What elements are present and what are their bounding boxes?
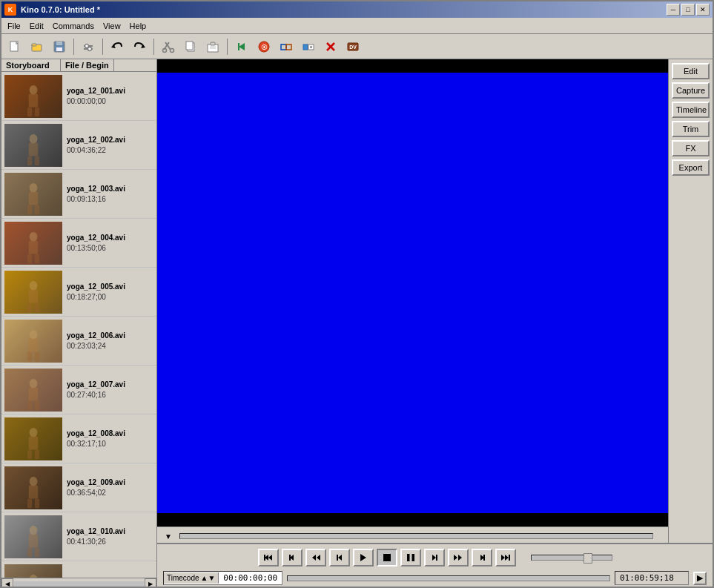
step-back-fast-button[interactable]: [282, 549, 303, 566]
storyboard-list[interactable]: yoga_12_001.avi00:00:00;00 yoga_12_002.a…: [1, 72, 156, 578]
svg-rect-75: [27, 547, 32, 557]
side-buttons-panel: Edit Capture Timeline Trim FX Export: [668, 59, 713, 543]
maximize-button[interactable]: □: [681, 4, 695, 16]
svg-rect-26: [281, 44, 286, 50]
clip-time: 00:09:13;16: [67, 194, 125, 205]
timecode-mode-select[interactable]: Timecode ▲▼: [164, 572, 219, 584]
rewind-button[interactable]: [305, 549, 326, 566]
timecode-dropdown-icon[interactable]: ▲▼: [201, 574, 216, 582]
volume-thumb[interactable]: [584, 553, 592, 564]
toolbar-undo[interactable]: [107, 37, 128, 56]
scroll-right-button[interactable]: ▶: [145, 578, 156, 589]
minimize-button[interactable]: ─: [667, 4, 680, 16]
step-forward-fast-button[interactable]: [472, 549, 492, 566]
volume-control[interactable]: [531, 555, 612, 561]
step-back-button[interactable]: [329, 549, 350, 566]
toolbar-grab[interactable]: [276, 37, 297, 56]
capture-button[interactable]: Capture: [672, 82, 710, 99]
toolbar-redo[interactable]: [129, 37, 150, 56]
timeline-bar[interactable]: [179, 533, 653, 539]
clip-time: 00:13:50;06: [67, 243, 125, 254]
clip-item[interactable]: yoga_12_007.avi00:27:40;16: [1, 366, 156, 414]
forward-to-end-button[interactable]: [495, 549, 516, 566]
menu-help[interactable]: Help: [125, 20, 151, 32]
menu-view[interactable]: View: [99, 20, 125, 32]
clip-item[interactable]: yoga_12_008.avi00:32:17;10: [1, 414, 156, 463]
toolbar-preferences[interactable]: [78, 37, 99, 56]
clip-item[interactable]: yoga_12_009.avi00:36:54;02: [1, 463, 156, 512]
volume-track[interactable]: [531, 555, 612, 561]
clip-time: 00:23:03;24: [67, 341, 125, 351]
svg-rect-43: [27, 156, 32, 165]
toolbar-goto-start[interactable]: [231, 37, 252, 56]
toolbar-delete[interactable]: [320, 37, 341, 56]
stop-button[interactable]: [377, 549, 397, 566]
svg-rect-27: [286, 44, 291, 50]
clip-item[interactable]: yoga_12_004.avi00:13:50;06: [1, 219, 156, 268]
toolbar-save[interactable]: [49, 37, 70, 56]
timecode-mode-label: Timecode: [167, 574, 199, 582]
export-button[interactable]: Export: [672, 159, 710, 176]
svg-rect-99: [483, 555, 485, 561]
svg-rect-39: [27, 107, 32, 116]
window-controls[interactable]: ─ □ ✕: [667, 4, 710, 16]
clip-item[interactable]: yoga_12_003.avi00:09:13;16: [1, 170, 156, 219]
left-panel: Storyboard File / Begin yoga_12_001.avi0…: [1, 59, 157, 588]
pause-button[interactable]: [400, 549, 421, 566]
rewind-to-start-button[interactable]: [258, 549, 279, 566]
timeline-button[interactable]: Timeline: [672, 102, 710, 118]
fast-forward-button[interactable]: [448, 549, 469, 566]
fx-button[interactable]: FX: [672, 140, 710, 156]
svg-rect-102: [509, 555, 510, 561]
edit-button[interactable]: Edit: [672, 63, 710, 79]
storyboard-col2: File / Begin: [61, 59, 114, 71]
timeline-scroll-left[interactable]: ▼: [163, 531, 173, 541]
toolbar-export-dv[interactable]: DV: [343, 37, 363, 56]
video-frame: [157, 73, 668, 513]
timecode-input-group[interactable]: Timecode ▲▼ 00:00:00;00: [163, 571, 282, 585]
toolbar-append[interactable]: [298, 37, 319, 56]
clip-item[interactable]: yoga_12_010.avi00:41:30;26: [1, 512, 156, 561]
clip-item[interactable]: yoga_12_001.avi00:00:00;00: [1, 72, 156, 121]
toolbar-copy[interactable]: [180, 37, 201, 56]
svg-rect-42: [29, 142, 39, 156]
toolbar-sep-3: [153, 39, 154, 55]
timecode-current[interactable]: 00:00:00;00: [219, 572, 282, 584]
video-container: ▼: [157, 59, 668, 543]
clip-item[interactable]: yoga_12_011.avi: [1, 561, 156, 578]
scroll-left-button[interactable]: ◀: [1, 578, 13, 589]
trim-button[interactable]: Trim: [672, 121, 710, 137]
toolbar-new[interactable]: [4, 37, 25, 56]
svg-marker-11: [141, 44, 145, 48]
svg-point-69: [30, 476, 38, 486]
main-area: Storyboard File / Begin yoga_12_001.avi0…: [1, 59, 713, 588]
clip-item[interactable]: yoga_12_002.avi00:04:36;22: [1, 121, 156, 170]
timecode-progress-bar[interactable]: [287, 575, 610, 581]
horizontal-scrollbar[interactable]: ◀ ▶: [1, 578, 156, 588]
svg-marker-97: [458, 555, 462, 561]
clip-item[interactable]: yoga_12_006.avi00:23:03;24: [1, 317, 156, 366]
toolbar-cut[interactable]: [158, 37, 179, 56]
svg-rect-47: [27, 205, 32, 214]
toolbar-mark-in[interactable]: ⦿: [254, 37, 274, 56]
svg-point-53: [30, 280, 38, 290]
clip-name: yoga_12_004.avi: [67, 233, 125, 243]
toolbar-paste[interactable]: [202, 37, 223, 56]
play-button[interactable]: [353, 549, 374, 566]
clip-name: yoga_12_007.avi: [67, 380, 125, 390]
menu-file[interactable]: File: [3, 20, 25, 32]
svg-point-49: [30, 231, 38, 241]
menu-bar: File Edit Commands View Help: [1, 18, 713, 34]
clip-item[interactable]: yoga_12_005.avi00:18:27;00: [1, 268, 156, 317]
scroll-track[interactable]: [14, 581, 144, 587]
clip-time: 00:18:27;00: [67, 292, 125, 303]
close-button[interactable]: ✕: [696, 4, 710, 16]
menu-edit[interactable]: Edit: [25, 20, 48, 32]
timeline-strip[interactable]: ▼: [157, 526, 668, 543]
menu-commands[interactable]: Commands: [48, 20, 99, 32]
timecode-play-button[interactable]: ▶: [693, 572, 707, 585]
toolbar-sep-1: [73, 39, 74, 55]
svg-rect-76: [35, 547, 39, 557]
toolbar-open[interactable]: [27, 37, 47, 56]
step-forward-button[interactable]: [424, 549, 445, 566]
